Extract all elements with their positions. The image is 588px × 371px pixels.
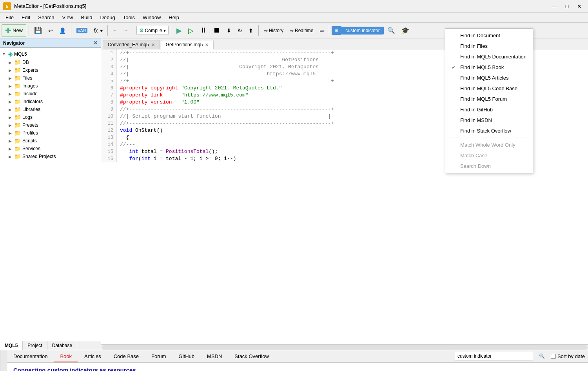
navigator-close-button[interactable]: ✕ [93,40,98,46]
profile-button[interactable]: 👤 [56,26,69,35]
browser-tab-msdn[interactable]: MSDN [201,351,228,362]
tab-close-getpositions[interactable]: ✕ [205,42,209,47]
tree-item-shared-projects[interactable]: ▶ 📁 Shared Projects [0,153,101,160]
step-in-icon: ⬇ [227,27,231,34]
result-title-1[interactable]: Connecting custom indicators as resource… [13,367,582,371]
browser-search-input[interactable] [455,352,533,360]
stop-button[interactable]: ⏹ [211,25,223,36]
browser-tab-forum[interactable]: Forum [145,351,172,362]
menu-view[interactable]: View [58,14,77,21]
browser-tab-stackoverflow[interactable]: Stack Overflow [228,351,275,362]
browser-tab-documentation[interactable]: Documentation [7,351,54,362]
step-over-button[interactable]: ↻ [235,26,245,35]
expand-icon-include: ▶ [8,92,13,96]
maximize-button[interactable]: □ [561,2,572,10]
undo-button[interactable]: ↩ [45,26,56,35]
search-value-display: custom indicator [345,28,379,33]
tree-item-include[interactable]: ▶ 📁 Include [0,90,101,98]
history-button[interactable]: ⇒ History [261,26,286,35]
tree-item-scripts[interactable]: ▶ 📁 Scripts [0,137,101,145]
tree-item-services[interactable]: ▶ 📁 Services [0,145,101,153]
tree-item-files[interactable]: ▶ 📁 Files [0,74,101,82]
forward-button[interactable]: → [121,26,131,35]
new-button-label: New [13,27,23,33]
expand-icon-logs: ▶ [8,115,13,120]
global-search-button[interactable]: 🔍 [385,25,398,36]
folder-icon-scripts: 📁 [14,138,21,144]
horizontal-scrollbar[interactable] [101,344,588,350]
tree-item-images[interactable]: ▶ 📁 Images [0,82,101,90]
folder-icon-logs: 📁 [14,114,21,120]
sort-date-check[interactable] [551,354,556,359]
menu-tools[interactable]: Tools [119,14,139,21]
new-button[interactable]: ✚ New [2,24,26,37]
menu-bar: File Edit Search View Build Debug Tools … [0,13,588,23]
var-button[interactable]: VAR [74,26,90,35]
tab-converted-ea[interactable]: Converted_EA.mq5 ✕ [103,40,160,49]
compile-button[interactable]: ⚙ Compile ▾ [136,26,169,35]
pause-button[interactable]: ⏸ [197,25,210,36]
minimize-button[interactable]: — [549,2,560,10]
tree-item-presets[interactable]: ▶ 📁 Presets [0,121,101,129]
nav-tab-mql5[interactable]: MQL5 [0,341,23,350]
tab-getpositions[interactable]: GetPositions.mq5 ✕ [161,40,214,49]
realtime-button[interactable]: ⇒ Realtime [287,26,316,35]
tree-item-libraries[interactable]: ▶ 📁 Libraries [0,105,101,113]
step-out-button[interactable]: ⬆ [246,26,256,35]
dropdown-find-msdn[interactable]: Find in MSDN [445,115,533,125]
menu-search[interactable]: Search [34,14,58,21]
menu-file[interactable]: File [2,14,18,21]
expand-icon-indicators: ▶ [8,100,13,104]
fx-button[interactable]: fx ▾ [91,26,105,35]
search-settings-button[interactable]: ⚙ [332,26,341,35]
nav-tab-project[interactable]: Project [23,341,47,350]
tree-item-db[interactable]: ▶ 📁 DB [0,58,101,66]
close-button[interactable]: ✕ [574,2,585,10]
browser-tab-articles[interactable]: Articles [78,351,107,362]
expand-icon-presets: ▶ [8,123,13,127]
step-in-button[interactable]: ⬇ [224,26,234,35]
back-button[interactable]: ← [110,26,120,35]
chart-mode-button[interactable]: ▭ [317,26,327,35]
dropdown-find-mql5-articles[interactable]: Find in MQL5 Articles [445,73,533,83]
step-button[interactable]: ▷ [185,25,196,36]
dropdown-find-mql5-book[interactable]: ✓ Find in MQL5 Book [445,62,533,73]
browser-search-button[interactable]: 🔍 [536,352,548,360]
menu-window[interactable]: Window [139,14,165,21]
sort-by-date-checkbox[interactable]: Sort by date [551,353,585,359]
dropdown-find-files[interactable]: Find in Files [445,41,533,51]
step-over-icon: ↻ [238,27,242,34]
dropdown-find-mql5-codebase[interactable]: Find in MQL5 Code Base [445,83,533,94]
menu-debug[interactable]: Debug [96,14,119,21]
dropdown-find-document[interactable]: Find in Document [445,30,533,41]
dropdown-find-github[interactable]: Find in GitHub [445,104,533,115]
tree-item-logs[interactable]: ▶ 📁 Logs [0,113,101,121]
tab-close-converted-ea[interactable]: ✕ [151,42,155,47]
menu-build[interactable]: Build [77,14,96,21]
tree-item-profiles[interactable]: ▶ 📁 Profiles [0,129,101,137]
browser-tab-codebase[interactable]: Code Base [107,351,145,362]
browser-tab-book[interactable]: Book [54,351,78,362]
dropdown-find-mql5-doc[interactable]: Find in MQL5 Documentation [445,51,533,62]
search-input-toolbar[interactable]: custom indicator [341,27,383,35]
browser-search-bar: 🔍 Sort by date [452,350,588,362]
menu-help[interactable]: Help [165,14,183,21]
tree-item-experts[interactable]: ▶ 📁 Experts [0,66,101,74]
stop-icon: ⏹ [213,26,220,35]
save-button[interactable]: 💾 [31,25,45,36]
nav-tab-database[interactable]: Database [47,341,77,350]
toolbox-label[interactable]: Toolbox [0,350,7,371]
play-button[interactable]: ▶ [174,25,185,36]
help-button[interactable]: 🎓 [399,25,412,36]
tree-item-mql5[interactable]: ▼ ◈ MQL5 [0,49,101,58]
dropdown-find-mql5-forum[interactable]: Find in MQL5 Forum [445,94,533,104]
folder-icon-include: 📁 [14,91,21,97]
compile-dropdown-icon: ▾ [163,28,166,33]
navigator-header: Navigator ✕ [0,38,101,48]
dropdown-find-stackoverflow[interactable]: Find in Stack Overflow [445,125,533,136]
tree-item-indicators[interactable]: ▶ 📁 Indicators [0,98,101,105]
browser-tab-github[interactable]: GitHub [172,351,201,362]
menu-edit[interactable]: Edit [18,14,34,21]
folder-icon-profiles: 📁 [14,130,21,136]
separator-4 [134,25,134,36]
